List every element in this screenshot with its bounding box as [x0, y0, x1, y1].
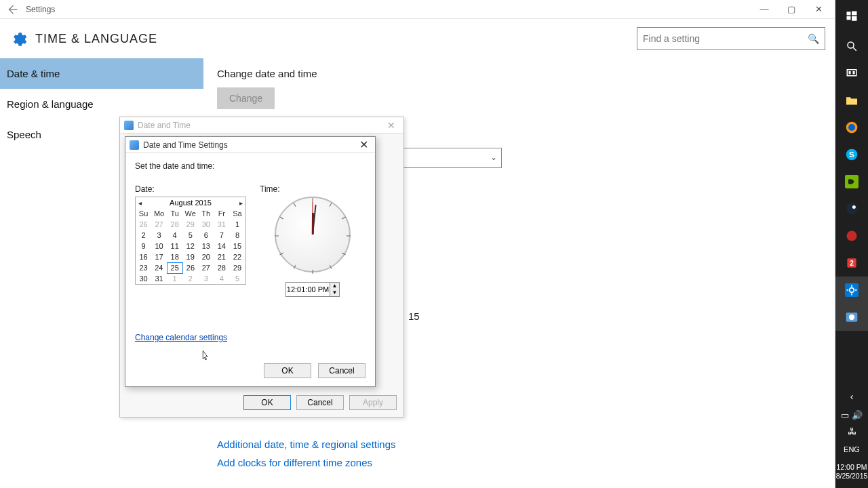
calendar-day[interactable]: 19 — [182, 251, 198, 262]
change-button[interactable]: Change — [217, 87, 275, 109]
next-month-button[interactable]: ▸ — [239, 199, 243, 207]
link-add-clocks[interactable]: Add clocks for different time zones — [217, 457, 821, 468]
date-time-dialog-titlebar: Date and Time ✕ — [120, 117, 403, 134]
calendar-day[interactable]: 12 — [182, 241, 198, 251]
close-button[interactable]: ✕ — [805, 0, 832, 19]
settings-titlebar: Settings — ▢ ✕ — [0, 0, 835, 19]
taskbar-taskview[interactable] — [835, 60, 868, 87]
calendar-day[interactable]: 1 — [167, 273, 182, 284]
calendar-day[interactable]: 26 — [182, 262, 198, 273]
sidebar-item-date-time[interactable]: Date & time — [0, 58, 203, 89]
taskbar-search[interactable] — [835, 33, 868, 60]
calendar-day[interactable]: 5 — [229, 273, 245, 284]
time-spinner[interactable]: ▲ ▼ — [330, 283, 339, 296]
spin-up-icon[interactable]: ▲ — [330, 283, 339, 289]
maximize-button[interactable]: ▢ — [778, 0, 805, 19]
spin-down-icon[interactable]: ▼ — [330, 289, 339, 296]
calendar-day[interactable]: 13 — [198, 241, 214, 251]
change-calendar-settings-link[interactable]: Change calendar settings — [135, 333, 227, 342]
calendar-day[interactable]: 24 — [151, 262, 167, 273]
calendar-day[interactable]: 17 — [151, 251, 167, 262]
back-button[interactable] — [3, 0, 22, 19]
search-icon: 🔍 — [808, 33, 819, 44]
calendar-day[interactable]: 27 — [198, 262, 214, 273]
taskbar-app-red[interactable] — [835, 222, 868, 249]
ok-button[interactable]: OK — [264, 363, 311, 378]
network-icon[interactable]: 🖧 — [848, 426, 856, 436]
date-time-settings-titlebar: Date and Time Settings ✕ — [125, 137, 375, 153]
language-indicator[interactable]: ENG — [844, 440, 860, 459]
ok-button[interactable]: OK — [243, 395, 291, 410]
calendar-day[interactable]: 3 — [151, 230, 167, 241]
taskbar-skype[interactable]: S — [835, 141, 868, 168]
calendar-day[interactable]: 4 — [167, 230, 182, 241]
calendar-day[interactable]: 25 — [167, 262, 182, 273]
gear-icon — [9, 30, 27, 48]
close-icon[interactable]: ✕ — [383, 120, 399, 131]
calendar-day[interactable]: 28 — [167, 219, 182, 230]
taskbar-clock[interactable]: 12:00 PM 8/25/2015 — [835, 459, 868, 488]
calendar-day[interactable]: 29 — [229, 262, 245, 273]
tray-expand[interactable]: ‹ — [835, 386, 868, 407]
close-icon[interactable]: ✕ — [357, 138, 371, 151]
calendar-day[interactable]: 22 — [229, 251, 245, 262]
calendar-day[interactable]: 3 — [198, 273, 214, 284]
taskbar-datetime-cpl[interactable] — [835, 304, 868, 331]
calendar-day[interactable]: 30 — [198, 219, 214, 230]
calendar-day[interactable]: 23 — [136, 262, 151, 273]
calendar-day[interactable]: 1 — [229, 219, 245, 230]
calendar-day[interactable]: 30 — [136, 273, 151, 284]
date-time-settings-title: Date and Time Settings — [143, 140, 228, 150]
search-box[interactable]: 🔍 — [637, 27, 825, 50]
calendar-day[interactable]: 26 — [136, 219, 151, 230]
svg-rect-1 — [852, 12, 857, 16]
minimize-button[interactable]: — — [751, 0, 778, 19]
notification-icon[interactable]: ▭ — [841, 410, 849, 420]
svg-rect-6 — [847, 70, 856, 76]
calendar-day[interactable]: 5 — [182, 230, 198, 241]
app-icon — [845, 229, 859, 243]
calendar-day[interactable]: 4 — [214, 273, 229, 284]
link-additional-settings[interactable]: Additional date, time & regional setting… — [217, 439, 821, 450]
cancel-button[interactable]: Cancel — [318, 363, 366, 378]
calendar-day[interactable]: 11 — [167, 241, 182, 251]
calendar-day[interactable]: 29 — [182, 219, 198, 230]
calendar-day[interactable]: 15 — [229, 241, 245, 251]
time-value[interactable]: 12:01:00 PM — [286, 285, 330, 293]
taskbar-time: 12:00 PM — [837, 463, 867, 472]
calendar-day[interactable]: 21 — [214, 251, 229, 262]
calendar-day[interactable]: 7 — [214, 230, 229, 241]
calendar-day[interactable]: 10 — [151, 241, 167, 251]
cancel-button[interactable]: Cancel — [296, 395, 344, 410]
calendar-day[interactable]: 8 — [229, 230, 245, 241]
taskbar-explorer[interactable] — [835, 87, 868, 114]
calendar-day[interactable]: 31 — [151, 273, 167, 284]
calendar-day[interactable]: 18 — [167, 251, 182, 262]
sidebar-item-region-language[interactable]: Region & language — [0, 89, 203, 119]
taskbar-firefox[interactable] — [835, 114, 868, 141]
calendar-day[interactable]: 20 — [198, 251, 214, 262]
change-date-title: Change date and time — [217, 68, 821, 79]
start-button[interactable] — [835, 0, 868, 33]
volume-icon[interactable]: 🔊 — [852, 410, 863, 420]
dow-header: Su — [136, 208, 151, 219]
app-icon: 2 — [845, 256, 859, 270]
time-input[interactable]: 12:01:00 PM ▲ ▼ — [285, 282, 340, 297]
prev-month-button[interactable]: ◂ — [138, 199, 142, 207]
calendar-day[interactable]: 6 — [198, 230, 214, 241]
calendar-day[interactable]: 28 — [214, 262, 229, 273]
calendar[interactable]: ◂ August 2015 ▸ SuMoTuWeThFrSa2627282930… — [135, 197, 246, 285]
month-year-label[interactable]: August 2015 — [170, 199, 212, 207]
calendar-day[interactable]: 31 — [214, 219, 229, 230]
calendar-day[interactable]: 9 — [136, 241, 151, 251]
calendar-day[interactable]: 2 — [182, 273, 198, 284]
calendar-day[interactable]: 16 — [136, 251, 151, 262]
taskbar-app-white[interactable]: 2 — [835, 249, 868, 277]
calendar-day[interactable]: 2 — [136, 230, 151, 241]
calendar-day[interactable]: 27 — [151, 219, 167, 230]
taskbar-steam[interactable] — [835, 195, 868, 222]
taskbar-settings[interactable] — [835, 277, 868, 304]
taskbar-nvidia[interactable] — [835, 168, 868, 195]
calendar-day[interactable]: 14 — [214, 241, 229, 251]
search-input[interactable] — [643, 33, 808, 44]
